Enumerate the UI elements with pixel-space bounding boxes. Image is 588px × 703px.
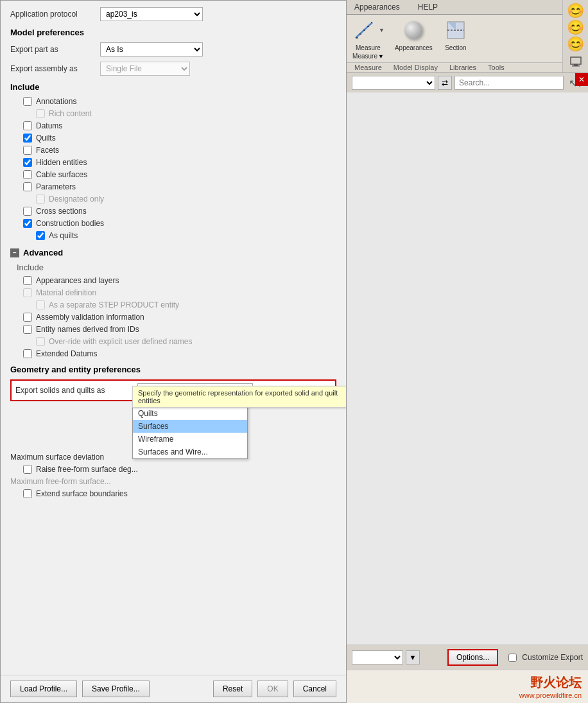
dropdown-item-surfaces-wire[interactable]: Surfaces and Wire... [133, 446, 247, 458]
material-def-label: Material definition [36, 288, 96, 297]
refresh-button[interactable]: ⇄ [438, 76, 452, 90]
section-toolbar-group: Section [443, 17, 469, 51]
measure-label: Measure [356, 44, 381, 51]
ribbon-tools-label[interactable]: Tools [485, 63, 507, 72]
dropdown-item-surfaces[interactable]: Surfaces [133, 420, 247, 433]
close-button[interactable]: ✕ [575, 73, 588, 86]
appearances-label: Appearances [395, 44, 433, 51]
export-solids-container: Export solids and quilts as As Is As Is … [10, 379, 336, 401]
appearances-toolbar-group: Appearances [395, 17, 433, 51]
app-protocol-select[interactable]: ap203_is [100, 7, 203, 21]
load-profile-button[interactable]: Load Profile... [10, 681, 77, 697]
export-dialog: Application protocol ap203_is Model pref… [0, 0, 347, 703]
raise-freeform-label: Raise free-form surface deg... [36, 465, 138, 474]
model-preferences-header: Model preferences [10, 28, 336, 37]
override-names-label: Over-ride with explicit user defined nam… [49, 337, 192, 346]
ok-button[interactable]: OK [257, 681, 288, 697]
facets-row: Facets [10, 146, 336, 155]
separate-step-label: As a separate STEP PRODUCT entity [49, 300, 179, 309]
bottom-buttons-area: Load Profile... Save Profile... Reset OK… [1, 675, 346, 702]
assembly-validation-checkbox[interactable] [23, 313, 32, 322]
raise-freeform-row: Raise free-form surface deg... [10, 465, 336, 474]
context-select[interactable] [352, 76, 435, 90]
annotations-checkbox[interactable] [23, 97, 32, 106]
material-def-checkbox[interactable] [23, 288, 32, 297]
hidden-entities-checkbox[interactable] [23, 158, 32, 167]
measure-icon[interactable] [352, 17, 377, 43]
menu-help[interactable]: HELP [415, 1, 440, 13]
section-icon[interactable] [443, 17, 469, 43]
customize-export-checkbox[interactable] [508, 654, 517, 662]
export-assembly-select[interactable]: Single File [100, 62, 190, 76]
quilts-label: Quilts [36, 134, 56, 143]
ribbon-measure-label[interactable]: Measure [352, 63, 385, 72]
construction-bodies-checkbox[interactable] [23, 219, 32, 228]
save-profile-button[interactable]: Save Profile... [82, 681, 150, 697]
collapse-icon: − [10, 248, 19, 257]
quilts-row: Quilts [10, 134, 336, 143]
designated-only-row: Designated only [10, 195, 336, 204]
app-protocol-row: Application protocol ap203_is [10, 7, 336, 21]
quilts-checkbox[interactable] [23, 134, 32, 143]
section-label: Section [445, 44, 466, 51]
advanced-label: Advanced [23, 248, 63, 257]
export-assembly-label: Export assembly as [10, 64, 100, 73]
entity-names-label: Entity names derived from IDs [36, 325, 139, 334]
parameters-checkbox[interactable] [23, 182, 32, 191]
datums-row: Datums [10, 121, 336, 130]
separate-step-checkbox[interactable] [36, 300, 45, 309]
measure-toolbar-group: ▼ Measure Measure ▼ [352, 17, 385, 60]
watermark-url: www.proewildfire.cn [353, 691, 582, 699]
max-freeform-row: Maximum free-form surface... [10, 477, 336, 486]
facets-label: Facets [36, 146, 59, 155]
construction-bodies-row: Construction bodies [10, 219, 336, 228]
extended-datums-row: Extended Datums [10, 349, 336, 358]
datums-checkbox[interactable] [23, 121, 32, 130]
main-content-area [347, 92, 588, 645]
export-assembly-row: Export assembly as Single File [10, 62, 336, 76]
export-part-select[interactable]: As Is [100, 42, 203, 56]
raise-freeform-checkbox[interactable] [23, 465, 32, 474]
override-names-checkbox[interactable] [36, 337, 45, 346]
customize-export-label: Customize Export [522, 653, 583, 662]
material-def-row: Material definition [10, 288, 336, 297]
cancel-button[interactable]: Cancel [293, 681, 336, 697]
separate-step-row: As a separate STEP PRODUCT entity [10, 300, 336, 309]
cross-sections-row: Cross sections [10, 207, 336, 216]
as-quilts-checkbox[interactable] [36, 231, 45, 240]
appearances-checkbox[interactable] [23, 276, 32, 285]
rich-content-checkbox[interactable] [36, 109, 45, 118]
designated-only-checkbox[interactable] [36, 195, 45, 204]
cross-sections-checkbox[interactable] [23, 207, 32, 216]
export-part-row: Export part as As Is [10, 42, 336, 56]
search-input[interactable] [454, 76, 564, 90]
advanced-header[interactable]: − Advanced [10, 248, 336, 257]
extend-surface-checkbox[interactable] [23, 489, 32, 498]
cable-surfaces-checkbox[interactable] [23, 170, 32, 179]
dropdown-item-quilts[interactable]: Quilts [133, 407, 247, 420]
facets-checkbox[interactable] [23, 146, 32, 155]
dropdown-item-wireframe[interactable]: Wireframe [133, 433, 247, 446]
svg-rect-11 [572, 65, 580, 67]
cable-surfaces-label: Cable surfaces [36, 170, 87, 179]
entity-names-checkbox[interactable] [23, 325, 32, 334]
ribbon-model-display-label[interactable]: Model Display [391, 63, 440, 72]
menu-applications[interactable]: Appearances [352, 1, 402, 13]
bottom-select[interactable] [352, 650, 403, 664]
override-names-row: Over-ride with explicit user defined nam… [10, 337, 336, 346]
smiley-3[interactable]: 😊 [567, 36, 584, 53]
as-quilts-row: As quilts [10, 231, 336, 240]
appearances-icon[interactable] [401, 17, 426, 43]
smiley-2[interactable]: 😊 [567, 19, 584, 36]
watermark-text: 野火论坛 [530, 675, 582, 690]
options-button[interactable]: Options... [447, 649, 498, 666]
measure-sub-label: Measure [352, 53, 377, 60]
smiley-1[interactable]: 😊 [567, 3, 584, 19]
action-buttons: Reset OK Cancel [213, 681, 336, 697]
designated-only-label: Designated only [49, 195, 104, 204]
ribbon-libraries-label[interactable]: Libraries [447, 63, 479, 72]
cable-surfaces-row: Cable surfaces [10, 170, 336, 179]
extended-datums-checkbox[interactable] [23, 349, 32, 358]
bottom-refresh-button[interactable]: ▼ [406, 650, 420, 664]
reset-button[interactable]: Reset [213, 681, 252, 697]
